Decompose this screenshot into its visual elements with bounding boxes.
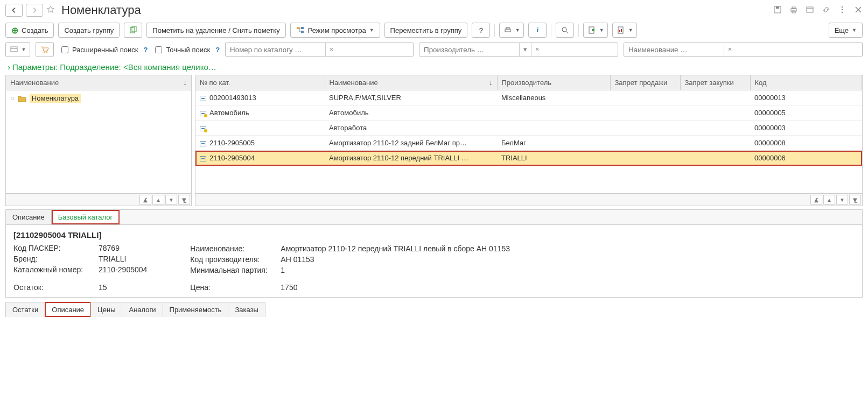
- more-menu-button[interactable]: Еще▼: [829, 23, 863, 38]
- bottom-tabs: Остатки Описание Цены Аналоги Применяемо…: [5, 302, 863, 317]
- detail-header: [21102905004 TRIALLI]: [13, 230, 147, 239]
- tab-orders[interactable]: Заказы: [228, 302, 265, 317]
- filter-button[interactable]: ▼: [5, 42, 30, 57]
- nav-back-button[interactable]: [5, 4, 23, 17]
- favorite-icon[interactable]: [46, 5, 55, 16]
- clear-icon[interactable]: ×: [325, 43, 337, 56]
- ext-search-input[interactable]: [61, 46, 68, 53]
- params-row[interactable]: ›Параметры: Подразделение: <Вся компания…: [0, 59, 868, 75]
- clear-icon[interactable]: ×: [531, 43, 543, 56]
- table-row[interactable]: 2110-2905005Амортизатор 2110-12 задний Б…: [195, 136, 862, 151]
- value-brand: TRIALLI: [99, 255, 147, 263]
- svg-line-18: [566, 31, 568, 33]
- sort-icon: ↓: [184, 79, 187, 87]
- help-icon[interactable]: ?: [215, 46, 220, 54]
- tree-root-row[interactable]: ○ Номенклатура: [6, 90, 191, 106]
- exact-search-checkbox[interactable]: Точный поиск: [153, 45, 210, 55]
- svg-point-26: [44, 52, 45, 53]
- page-down-button[interactable]: ▼: [165, 195, 177, 204]
- tab-base-catalog[interactable]: Базовый каталог: [52, 210, 120, 224]
- info-button[interactable]: i: [528, 23, 547, 38]
- ext-search-checkbox[interactable]: Расширенный поиск: [59, 45, 138, 55]
- tab-prices[interactable]: Цены: [90, 302, 122, 317]
- col-nosell[interactable]: Запрет продажи: [610, 75, 680, 90]
- name-input[interactable]: [624, 43, 724, 56]
- page-first-button[interactable]: ▲̄: [139, 195, 151, 204]
- separator: [494, 24, 495, 37]
- search-doc-button[interactable]: [556, 23, 574, 38]
- page-down-button[interactable]: ▼: [836, 195, 848, 204]
- report2-button[interactable]: ▼: [612, 23, 637, 38]
- col-code[interactable]: Код: [750, 75, 862, 90]
- link-icon[interactable]: [822, 5, 830, 16]
- caret-down-icon: ▼: [22, 47, 26, 52]
- tab-description[interactable]: Описание: [6, 210, 52, 224]
- svg-rect-13: [301, 27, 304, 29]
- close-icon[interactable]: [854, 5, 863, 16]
- help-button[interactable]: ?: [472, 23, 490, 38]
- label-brand: Бренд:: [13, 255, 94, 263]
- maker-input[interactable]: [419, 43, 519, 56]
- help-icon[interactable]: ?: [143, 46, 148, 54]
- exact-search-input[interactable]: [155, 46, 162, 53]
- name-field: ×: [624, 43, 863, 57]
- create-group-button[interactable]: Создать группу: [58, 23, 120, 38]
- tree-header[interactable]: Наименование↓: [6, 75, 191, 90]
- tab-description-bottom[interactable]: Описание: [45, 302, 91, 317]
- table-row[interactable]: АвтомобильАвтомобиль00000005: [195, 105, 862, 121]
- table-row[interactable]: 002001493013SUPRA,F/MAT,SILVERMiscellane…: [195, 90, 862, 105]
- dropdown-icon[interactable]: ▾: [519, 43, 531, 56]
- view-mode-button[interactable]: Режим просмотра▼: [290, 23, 380, 38]
- svg-point-8: [842, 9, 843, 10]
- svg-point-9: [842, 11, 843, 13]
- table-row[interactable]: Авторабота00000003: [195, 121, 862, 136]
- info-icon: i: [536, 26, 538, 34]
- params-text: Параметры: Подразделение: <Вся компания …: [12, 62, 216, 72]
- col-cat[interactable]: № по кат.: [195, 75, 325, 90]
- tree-icon: [296, 26, 305, 34]
- cart-button[interactable]: [36, 42, 54, 57]
- create-button[interactable]: ⊕Создать: [5, 23, 54, 38]
- caret-down-icon: ▼: [515, 27, 520, 33]
- col-cat-label: № по кат.: [200, 79, 230, 87]
- tab-applicability[interactable]: Применяемость: [163, 302, 229, 317]
- label-price: Цена:: [190, 283, 276, 292]
- clear-icon[interactable]: ×: [724, 43, 736, 56]
- item-icon: [200, 111, 206, 116]
- page-up-button[interactable]: ▲: [823, 195, 835, 204]
- save-icon[interactable]: [773, 5, 782, 16]
- catalog-input[interactable]: [226, 43, 325, 56]
- view-mode-label: Режим просмотра: [308, 26, 366, 34]
- col-nobuy[interactable]: Запрет закупки: [680, 75, 750, 90]
- page-last-button[interactable]: ▼̲: [178, 195, 190, 204]
- page-up-button[interactable]: ▲: [152, 195, 164, 204]
- table-row[interactable]: 2110-2905004Амортизатор 2110-12 передний…: [195, 151, 862, 166]
- tab-analogs[interactable]: Аналоги: [122, 302, 163, 317]
- label-minbatch: Минимальная партия:: [190, 266, 276, 274]
- svg-rect-21: [618, 27, 623, 33]
- copy-button[interactable]: [124, 23, 142, 38]
- tab-stock[interactable]: Остатки: [5, 302, 45, 317]
- label-name: Наименование:: [190, 244, 276, 253]
- folder-icon: [18, 95, 26, 102]
- nav-forward-button[interactable]: [26, 4, 43, 17]
- print-icon[interactable]: [789, 5, 798, 16]
- label-pasker: Код ПАСКЕР:: [13, 244, 94, 252]
- cart-icon: [40, 45, 49, 54]
- col-name[interactable]: Наименование ↓: [325, 75, 497, 90]
- separator: [578, 24, 579, 37]
- col-maker[interactable]: Производитель: [497, 75, 610, 90]
- page-last-button[interactable]: ▼̲: [849, 195, 861, 204]
- col-maker-label: Производитель: [502, 79, 552, 87]
- move-group-label: Переместить в группу: [390, 26, 462, 34]
- more-icon[interactable]: [838, 5, 846, 16]
- print-dropdown-button[interactable]: ▼: [499, 23, 524, 38]
- col-code-label: Код: [755, 79, 767, 87]
- page-first-button[interactable]: ▲̄: [810, 195, 822, 204]
- report1-button[interactable]: ▼: [583, 23, 608, 38]
- mark-delete-button[interactable]: Пометить на удаление / Снять пометку: [146, 23, 285, 38]
- expand-icon[interactable]: ○: [10, 94, 15, 102]
- move-to-group-button[interactable]: Переместить в группу: [384, 23, 468, 38]
- window-icon[interactable]: [806, 5, 814, 16]
- exact-search-label: Точный поиск: [166, 46, 210, 54]
